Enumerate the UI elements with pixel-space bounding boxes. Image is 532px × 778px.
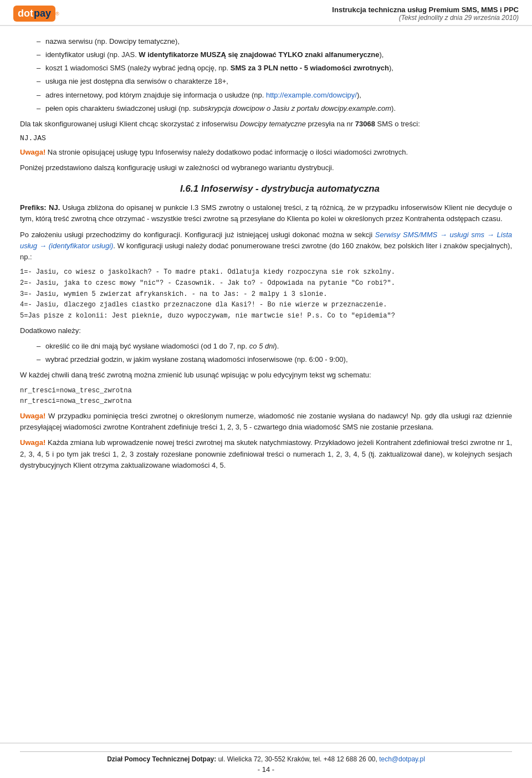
uwaga1: Uwaga! Na stronie opisującej usługę typu… — [20, 147, 512, 158]
header-title-main: Instrukcja techniczna usług Premium SMS,… — [332, 6, 519, 14]
bold-text: SMS za 3 PLN netto - 5 wiadomości zwrotn… — [231, 64, 389, 72]
footer-bold: Dział Pomocy Technicznej Dotpay: — [107, 755, 216, 763]
italic-text: subskrypcja dowcipow o Jasiu z portalu d… — [193, 104, 391, 112]
para5: W każdej chwili daną treść zwrotną można… — [20, 370, 512, 381]
list-item: usługa nie jest dostępna dla serwisów o … — [37, 76, 512, 87]
prefiks-bold: Prefiks: NJ. — [20, 203, 60, 212]
logo-pay: pay — [34, 8, 51, 19]
footer-text: Dział Pomocy Technicznej Dotpay: ul. Wie… — [20, 755, 512, 763]
bullet-text: identyfikator usługi (np. JAS. W identyf… — [45, 50, 383, 59]
bold-text: W identyfikatorze MUSZĄ się znajdować TY… — [139, 50, 379, 59]
code-schema: nr_tresci=nowa_tresc_zwrotna nr_tresci=n… — [20, 386, 512, 408]
dodatkowo-list: określić co ile dni mają być wysłane wia… — [37, 341, 512, 365]
code-block: 1=- Jasiu, co wiesz o jaskolkach? - To m… — [20, 267, 512, 322]
header-title: Instrukcja techniczna usług Premium SMS,… — [332, 6, 519, 22]
header-title-sub: (Tekst jednolity z dnia 29 września 2010… — [332, 14, 519, 22]
uwaga1-label: Uwaga! — [20, 148, 45, 156]
list-item: wybrać przedział godzin, w jakim wysłane… — [37, 354, 512, 365]
para4-text: Po założeniu usługi przechodzimy do konf… — [20, 231, 375, 239]
list-item: pełen opis charakteru świadczonej usługi… — [37, 103, 512, 114]
prefiks-desc: Usługa zbliżona do opisanej w punkcie I.… — [20, 203, 512, 223]
logo-registered: ® — [55, 11, 59, 17]
footer-email: tech@dotpay.pl — [379, 755, 425, 763]
para1-text: Dla tak skonfigurowanej usługi Klient ch… — [20, 120, 420, 128]
para4: Po założeniu usługi przechodzimy do konf… — [20, 229, 512, 263]
bold-text: 73068 — [355, 120, 375, 128]
logo-area: dotpay ® — [13, 6, 59, 22]
uwaga3: Uwaga! Każda zmiana lub wprowadzenie now… — [20, 437, 512, 470]
list-item: identyfikator usługi (np. JAS. W identyf… — [37, 49, 512, 60]
bullet-text: koszt 1 wiadomości SMS (należy wybrać je… — [45, 64, 393, 72]
uwaga2-text: W przypadku pominięcia treści zwrotnej o… — [20, 412, 512, 431]
list-item: koszt 1 wiadomości SMS (należy wybrać je… — [37, 63, 512, 74]
section-heading: I.6.1 Infoserwisy - dystrybucja automaty… — [48, 183, 512, 194]
list-item: adres internetowy, pod którym znajduje s… — [37, 90, 512, 101]
uwaga3-label: Uwaga! — [20, 438, 45, 447]
uwaga3-text: Każda zmiana lub wprowadzenie nowej treś… — [20, 438, 512, 469]
uwaga1-text: Na stronie opisującej usługę typu Infose… — [45, 148, 408, 156]
logo-dot: dot — [18, 8, 33, 19]
list-item: określić co ile dni mają być wysłane wia… — [37, 341, 512, 352]
para2: Poniżej przedstawiono dalszą konfiguracj… — [20, 162, 512, 173]
bullet-text: pełen opis charakteru świadczonej usługi… — [45, 104, 396, 112]
logo-box: dotpay — [13, 6, 55, 22]
intro-bullet-list: nazwa serwisu (np. Dowcipy tematyczne), … — [37, 36, 512, 114]
content: nazwa serwisu (np. Dowcipy tematyczne), … — [0, 26, 532, 743]
italic-text: Dowcipy tematyczne — [240, 120, 306, 128]
uwaga2-label: Uwaga! — [20, 412, 45, 420]
header: dotpay ® Instrukcja techniczna usług Pre… — [0, 0, 532, 26]
italic-text: co 5 dni — [249, 342, 275, 350]
bullet-text: adres internetowy, pod którym znajduje s… — [45, 91, 361, 99]
footer-address: ul. Wielicka 72, 30-552 Kraków, tel. +48… — [216, 755, 379, 763]
dodatkowo: Dodatkowo należy: — [20, 325, 512, 336]
list-item: nazwa serwisu (np. Dowcipy tematyczne), — [37, 36, 512, 47]
para1: Dla tak skonfigurowanej usługi Klient ch… — [20, 119, 512, 130]
page: dotpay ® Instrukcja techniczna usług Pre… — [0, 0, 532, 778]
link-text: http://example.com/dowcipy/ — [266, 91, 357, 99]
bullet-text: określić co ile dni mają być wysłane wia… — [45, 342, 279, 350]
uwaga2: Uwaga! W przypadku pominięcia treści zwr… — [20, 411, 512, 433]
footer: Dział Pomocy Technicznej Dotpay: ul. Wie… — [0, 743, 532, 778]
page-number: - 14 - — [20, 765, 512, 774]
bullet-text: wybrać przedział godzin, w jakim wysłane… — [45, 355, 348, 364]
footer-divider — [20, 751, 512, 752]
prefiks: Prefiks: NJ. Usługa zbliżona do opisanej… — [20, 202, 512, 224]
nj-jas-code: NJ.JAS — [20, 134, 512, 142]
